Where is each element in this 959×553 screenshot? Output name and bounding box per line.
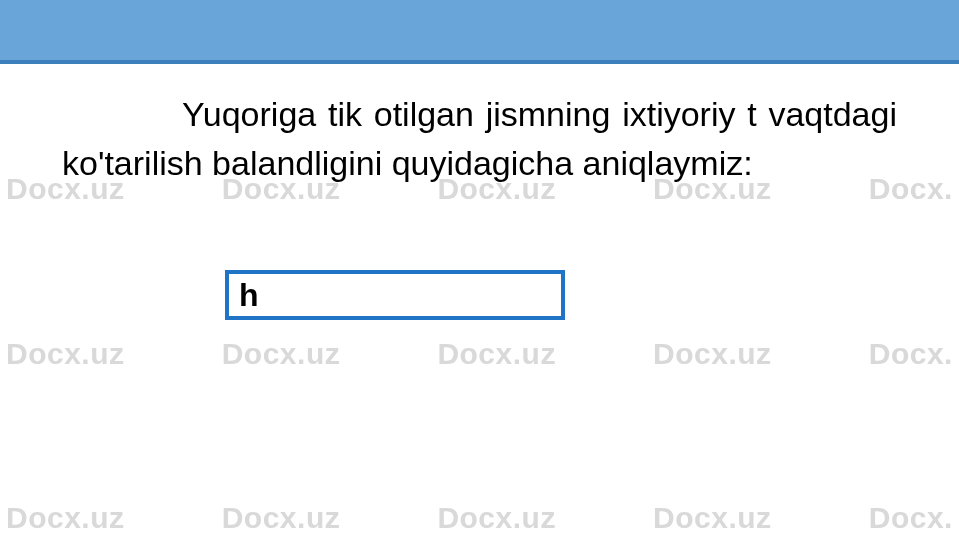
watermark-text: Docx. bbox=[869, 337, 953, 371]
watermark-text: Docx.uz bbox=[222, 501, 341, 535]
formula-box: h bbox=[225, 270, 565, 320]
body-text: Yuqoriga tik otilgan jismning ixtiyoriy … bbox=[62, 95, 897, 182]
watermark-text: Docx.uz bbox=[6, 337, 125, 371]
watermark-text: Docx.uz bbox=[653, 337, 772, 371]
formula-label: h bbox=[239, 277, 259, 314]
watermark-text: Docx.uz bbox=[437, 501, 556, 535]
watermark-row: Docx.uz Docx.uz Docx.uz Docx.uz Docx. bbox=[0, 501, 959, 535]
header-right-cap bbox=[939, 0, 959, 60]
header-band bbox=[0, 0, 959, 64]
watermark-text: Docx.uz bbox=[437, 337, 556, 371]
watermark-text: Docx.uz bbox=[653, 501, 772, 535]
body-paragraph: Yuqoriga tik otilgan jismning ixtiyoriy … bbox=[62, 90, 897, 189]
watermark-text: Docx. bbox=[869, 501, 953, 535]
header-left-cap bbox=[0, 0, 20, 60]
watermark-row: Docx.uz Docx.uz Docx.uz Docx.uz Docx. bbox=[0, 337, 959, 371]
watermark-text: Docx.uz bbox=[6, 501, 125, 535]
watermark-text: Docx.uz bbox=[222, 337, 341, 371]
